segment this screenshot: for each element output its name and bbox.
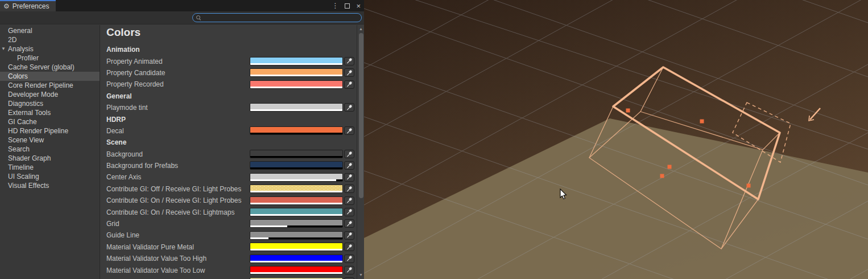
colors-panel: Colors AnimationProperty AnimatedPropert… xyxy=(100,25,364,279)
color-label: Material Validator Value Too High xyxy=(106,255,206,262)
sidebar-item-ui-scaling[interactable]: UI Scaling xyxy=(0,172,100,181)
eyedropper-icon xyxy=(346,104,353,111)
alpha-bar xyxy=(250,225,342,227)
eyedropper-button[interactable] xyxy=(344,173,354,182)
color-swatch[interactable] xyxy=(250,208,343,216)
sidebar-item-analysis[interactable]: ▼Analysis xyxy=(0,44,100,54)
color-row-background-for-prefabs: Background for Prefabs xyxy=(106,160,364,171)
sidebar-item-diagnostics[interactable]: Diagnostics xyxy=(0,99,100,108)
eyedropper-icon xyxy=(346,232,353,239)
maximize-icon[interactable] xyxy=(345,3,350,9)
sidebar-item-developer-mode[interactable]: Developer Mode xyxy=(0,90,100,99)
preferences-body: General2D▼AnalysisProfilerCache Server (… xyxy=(0,25,364,279)
expand-triangle-icon[interactable]: ▼ xyxy=(1,44,6,54)
sidebar-item-search[interactable]: Search xyxy=(0,145,100,154)
sidebar-item-label: Timeline xyxy=(8,163,34,171)
sidebar-item-shader-graph[interactable]: Shader Graph xyxy=(0,154,100,163)
color-label: Grid xyxy=(106,220,119,228)
section-header-animation: Animation xyxy=(106,44,364,55)
color-swatch[interactable] xyxy=(250,150,343,158)
tab-preferences[interactable]: ⚙ Preferences xyxy=(0,0,56,11)
swatch-fill xyxy=(250,81,342,87)
color-swatch[interactable] xyxy=(250,68,343,77)
sidebar-item-timeline[interactable]: Timeline xyxy=(0,163,100,172)
eyedropper-button[interactable] xyxy=(344,196,354,205)
eyedropper-button[interactable] xyxy=(344,243,354,251)
color-label: Material Validator Value Too Low xyxy=(106,266,205,274)
color-swatch[interactable] xyxy=(250,57,343,65)
eyedropper-button[interactable] xyxy=(344,208,354,216)
eyedropper-button[interactable] xyxy=(344,255,354,263)
eyedropper-button[interactable] xyxy=(344,103,354,112)
color-rows: AnimationProperty AnimatedProperty Candi… xyxy=(106,44,364,279)
color-label: Contribute GI: Off / Receive GI: Light P… xyxy=(106,185,241,193)
search-box[interactable] xyxy=(192,13,362,22)
sidebar-item-colors[interactable]: Colors xyxy=(0,72,100,81)
eyedropper-button[interactable] xyxy=(344,231,354,240)
color-label: Background xyxy=(106,150,143,158)
sidebar-item-core-render-pipeline[interactable]: Core Render Pipeline xyxy=(0,81,100,90)
scrollbar-thumb[interactable] xyxy=(359,33,363,198)
search-input[interactable] xyxy=(204,14,358,21)
color-swatch[interactable] xyxy=(250,161,343,170)
eyedropper-button[interactable] xyxy=(344,150,354,158)
color-swatch[interactable] xyxy=(250,255,343,263)
scroll-up-arrow[interactable]: ▲ xyxy=(357,26,364,32)
color-label: Contribute GI: On / Receive GI: Lightmap… xyxy=(106,208,234,216)
sidebar-item-2d[interactable]: 2D xyxy=(0,35,100,44)
color-swatch[interactable] xyxy=(250,243,343,251)
color-row-grid: Grid xyxy=(106,218,364,229)
scene-view[interactable] xyxy=(364,0,868,279)
search-icon xyxy=(196,15,201,20)
color-swatch[interactable] xyxy=(250,126,343,135)
section-label: HDRP xyxy=(106,116,126,124)
sidebar-item-profiler[interactable]: Profiler xyxy=(0,54,100,63)
close-icon[interactable]: × xyxy=(356,2,361,10)
eyedropper-button[interactable] xyxy=(344,161,354,170)
eyedropper-button[interactable] xyxy=(344,219,354,228)
sidebar-item-visual-effects[interactable]: Visual Effects xyxy=(0,181,100,190)
preferences-sidebar: General2D▼AnalysisProfilerCache Server (… xyxy=(0,25,100,279)
kebab-menu-icon[interactable]: ⋮ xyxy=(332,2,338,9)
scroll-down-arrow[interactable]: ▼ xyxy=(357,272,364,278)
swatch-fill xyxy=(250,197,342,203)
alpha-bar xyxy=(250,167,342,169)
color-swatch[interactable] xyxy=(250,173,343,182)
section-header-scene: Scene xyxy=(106,137,364,148)
vertical-scrollbar[interactable]: ▲ ▼ xyxy=(357,25,364,279)
color-row-contribute-gi-on-receive-gi-lightmaps: Contribute GI: On / Receive GI: Lightmap… xyxy=(106,206,364,218)
sidebar-item-label: Colors xyxy=(8,72,28,80)
sidebar-item-external-tools[interactable]: External Tools xyxy=(0,108,100,117)
preferences-window: ⚙ Preferences ⋮ × General2D▼AnalysisProf… xyxy=(0,0,364,279)
sidebar-item-general[interactable]: General xyxy=(0,26,100,35)
eyedropper-icon xyxy=(346,208,353,215)
sidebar-item-scene-view[interactable]: Scene View xyxy=(0,136,100,145)
eyedropper-button[interactable] xyxy=(344,266,354,274)
color-row-decal: Decal xyxy=(106,125,364,137)
alpha-bar xyxy=(250,261,342,262)
eyedropper-icon xyxy=(346,255,353,262)
sidebar-item-gi-cache[interactable]: GI Cache xyxy=(0,117,100,126)
eyedropper-button[interactable] xyxy=(344,57,354,65)
color-swatch[interactable] xyxy=(250,231,343,240)
probe-handle xyxy=(668,165,672,169)
eyedropper-button[interactable] xyxy=(344,126,354,135)
color-swatch[interactable] xyxy=(250,80,343,89)
sidebar-item-label: Search xyxy=(8,145,30,153)
eyedropper-button[interactable] xyxy=(344,68,354,77)
color-swatch[interactable] xyxy=(250,219,343,228)
alpha-bar xyxy=(250,214,342,216)
sidebar-item-hd-render-pipeline[interactable]: HD Render Pipeline xyxy=(0,126,100,136)
eyedropper-button[interactable] xyxy=(344,80,354,89)
color-swatch[interactable] xyxy=(250,103,343,112)
color-row-material-validator-pure-metal: Material Validator Pure Metal xyxy=(106,241,364,253)
color-swatch[interactable] xyxy=(250,266,343,274)
color-swatch[interactable] xyxy=(250,184,343,193)
color-swatch[interactable] xyxy=(250,196,343,205)
eyedropper-button[interactable] xyxy=(344,184,354,193)
swatch-fill xyxy=(250,69,342,75)
sidebar-item-label: General xyxy=(8,27,32,35)
color-label: Property Recorded xyxy=(106,80,164,88)
probe-handle xyxy=(747,184,751,188)
sidebar-item-cache-server-global[interactable]: Cache Server (global) xyxy=(0,63,100,72)
